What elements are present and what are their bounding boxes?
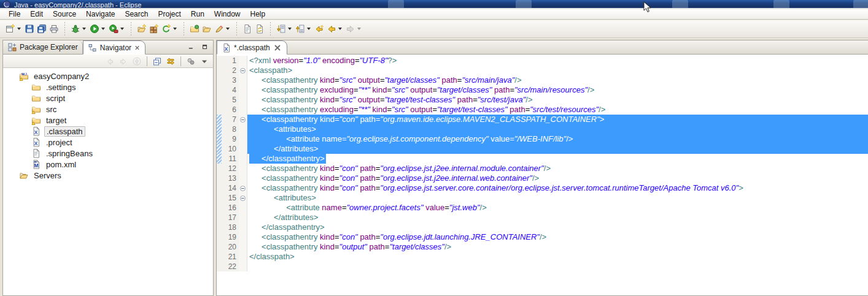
annotation-ruler[interactable] bbox=[217, 173, 222, 183]
annotation-ruler[interactable] bbox=[217, 252, 222, 262]
code-line[interactable]: 2<classpath> bbox=[217, 66, 868, 75]
folding-ruler[interactable] bbox=[239, 203, 247, 213]
code-text[interactable]: <attribute name="owner.project.facets" v… bbox=[247, 203, 868, 213]
dropdown-arrow-icon[interactable] bbox=[17, 28, 21, 30]
forward-history-button[interactable] bbox=[344, 21, 363, 36]
view-tab-navigator[interactable]: Navigator bbox=[83, 40, 145, 55]
view-menu-button[interactable] bbox=[198, 55, 211, 67]
dropdown-arrow-icon[interactable] bbox=[101, 28, 105, 30]
folding-ruler[interactable] bbox=[239, 105, 247, 115]
annotation-ruler[interactable] bbox=[217, 105, 222, 115]
annotation-ruler[interactable] bbox=[217, 75, 222, 85]
code-line[interactable]: 22 bbox=[217, 262, 868, 271]
folding-ruler[interactable] bbox=[239, 252, 247, 262]
collapse-fold-icon[interactable] bbox=[240, 117, 246, 123]
code-text[interactable]: <?xml version="1.0" encoding="UTF-8"?> bbox=[247, 56, 868, 66]
annotation-ruler[interactable] bbox=[217, 95, 222, 105]
code-line[interactable]: 15 <attributes> bbox=[217, 193, 868, 203]
folding-ruler[interactable] bbox=[239, 95, 247, 105]
code-text[interactable]: <attribute name="org.eclipse.jst.compone… bbox=[247, 134, 868, 144]
folding-ruler[interactable] bbox=[239, 193, 247, 203]
annotation-ruler[interactable] bbox=[217, 193, 222, 203]
prev-annotation-button[interactable] bbox=[294, 21, 313, 36]
code-text[interactable]: <classpathentry kind="output" path="targ… bbox=[247, 242, 868, 252]
folding-ruler[interactable] bbox=[239, 232, 247, 242]
up-button[interactable] bbox=[131, 55, 143, 67]
menu-project[interactable]: Project bbox=[153, 9, 185, 19]
code-line[interactable]: 4 <classpathentry excluding="**" kind="s… bbox=[217, 85, 868, 95]
code-text[interactable]: <classpath> bbox=[247, 66, 868, 75]
debug-button[interactable] bbox=[69, 21, 88, 36]
page-sync-button[interactable] bbox=[254, 21, 266, 36]
tree-item-src[interactable]: src bbox=[3, 104, 213, 115]
annotation-ruler[interactable] bbox=[217, 144, 222, 154]
tree-item-settings[interactable]: .settings bbox=[3, 82, 213, 93]
folding-ruler[interactable] bbox=[239, 262, 247, 271]
editor-body[interactable]: 1<?xml version="1.0" encoding="UTF-8"?>2… bbox=[217, 55, 868, 295]
collapse-all-button[interactable] bbox=[151, 55, 163, 67]
code-text[interactable]: <classpathentry excluding="**" kind="src… bbox=[247, 85, 868, 95]
code-line[interactable]: 18 </classpathentry> bbox=[217, 222, 868, 232]
annotation-ruler[interactable] bbox=[217, 183, 222, 193]
folding-ruler[interactable] bbox=[239, 115, 247, 124]
dropdown-arrow-icon[interactable] bbox=[338, 28, 342, 30]
code-line[interactable]: 20 <classpathentry kind="output" path="t… bbox=[217, 242, 868, 252]
folding-ruler[interactable] bbox=[239, 75, 247, 85]
print-button[interactable] bbox=[48, 21, 60, 36]
code-line[interactable]: 13 <classpathentry kind="con" path="org.… bbox=[217, 173, 868, 183]
code-text[interactable]: <classpathentry kind="con" path="org.ecl… bbox=[247, 173, 868, 183]
annotation-ruler[interactable] bbox=[217, 124, 222, 134]
folding-ruler[interactable] bbox=[239, 213, 247, 222]
save-all-button[interactable] bbox=[36, 21, 48, 36]
code-line[interactable]: 21</classpath> bbox=[217, 252, 868, 262]
tree-item-script[interactable]: script bbox=[3, 93, 213, 104]
run-external-tools-button[interactable] bbox=[107, 21, 126, 36]
annotation-ruler[interactable] bbox=[217, 242, 222, 252]
minimize-view-button[interactable] bbox=[187, 43, 197, 53]
code-text[interactable]: </classpathentry> bbox=[247, 222, 868, 232]
folding-ruler[interactable] bbox=[239, 154, 247, 164]
annotation-ruler[interactable] bbox=[217, 164, 222, 173]
annotation-ruler[interactable] bbox=[217, 56, 222, 66]
folding-ruler[interactable] bbox=[239, 56, 247, 66]
dropdown-arrow-icon[interactable] bbox=[307, 28, 311, 30]
forward-button[interactable] bbox=[117, 55, 130, 67]
code-text[interactable]: <classpathentry kind="con" path="org.ecl… bbox=[247, 232, 868, 242]
dropdown-arrow-icon[interactable] bbox=[120, 28, 124, 30]
new-deployment-button[interactable] bbox=[136, 21, 148, 36]
annotation-ruler[interactable] bbox=[217, 262, 222, 271]
folding-ruler[interactable] bbox=[239, 222, 247, 232]
code-text[interactable]: <attributes> bbox=[247, 193, 868, 203]
code-text[interactable]: <classpathentry kind="con" path="org.ecl… bbox=[247, 164, 868, 173]
code-line[interactable]: 3 <classpathentry kind="src" output="tar… bbox=[217, 75, 868, 85]
menu-file[interactable]: File bbox=[4, 9, 25, 19]
code-line[interactable]: 19 <classpathentry kind="con" path="org.… bbox=[217, 232, 868, 242]
back-button[interactable] bbox=[104, 55, 116, 67]
annotation-ruler[interactable] bbox=[217, 115, 222, 124]
link-with-editor-button[interactable] bbox=[165, 55, 177, 67]
close-icon[interactable] bbox=[134, 44, 141, 51]
annotation-ruler[interactable] bbox=[217, 203, 222, 213]
menu-help[interactable]: Help bbox=[246, 9, 271, 19]
collapse-fold-icon[interactable] bbox=[240, 195, 246, 201]
folding-ruler[interactable] bbox=[239, 85, 247, 95]
code-text[interactable]: <classpathentry kind="src" output="targe… bbox=[247, 75, 868, 85]
code-text[interactable]: </attributes> bbox=[247, 213, 868, 222]
maximize-view-button[interactable] bbox=[201, 43, 211, 53]
folder-green-dot-button[interactable] bbox=[188, 21, 201, 36]
code-line[interactable]: 6 <classpathentry excluding="**" kind="s… bbox=[217, 105, 868, 115]
dropdown-arrow-icon[interactable] bbox=[226, 28, 230, 30]
page-annotation-button[interactable] bbox=[241, 21, 254, 36]
annotation-ruler[interactable] bbox=[217, 213, 222, 222]
filter-members-button[interactable] bbox=[185, 55, 197, 67]
folding-ruler[interactable] bbox=[239, 164, 247, 173]
menu-navigate[interactable]: Navigate bbox=[81, 9, 120, 19]
folding-ruler[interactable] bbox=[239, 242, 247, 252]
dropdown-arrow-icon[interactable] bbox=[357, 28, 361, 30]
menu-source[interactable]: Source bbox=[48, 9, 81, 19]
dropdown-arrow-icon[interactable] bbox=[173, 28, 177, 30]
highlighter-pen-button[interactable] bbox=[213, 21, 232, 36]
back-history-button[interactable] bbox=[325, 21, 344, 36]
folding-ruler[interactable] bbox=[239, 134, 247, 144]
annotation-ruler[interactable] bbox=[217, 154, 222, 164]
